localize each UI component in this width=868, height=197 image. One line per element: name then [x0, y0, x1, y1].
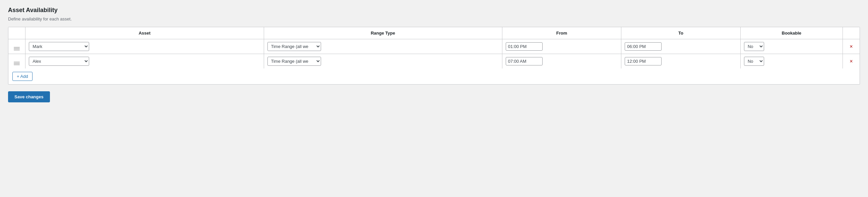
table-body: MarkAlexTime Range (all weNoYes× MarkAle…: [8, 39, 860, 69]
to-input-1[interactable]: [625, 42, 661, 51]
add-button[interactable]: + Add: [12, 72, 32, 81]
range-type-cell: Time Range (all we: [264, 54, 502, 69]
table-header-row: Asset Range Type From To Bookable: [8, 27, 860, 39]
table-row: MarkAlexTime Range (all weNoYes×: [8, 54, 860, 69]
from-cell: [502, 54, 621, 69]
range-type-select-1[interactable]: Time Range (all we: [268, 42, 321, 51]
col-header-drag: [8, 27, 26, 39]
table-row: MarkAlexTime Range (all weNoYes×: [8, 39, 860, 54]
col-header-asset: Asset: [26, 27, 264, 39]
from-cell: [502, 39, 621, 54]
to-cell: [621, 39, 741, 54]
asset-cell: MarkAlex: [26, 39, 264, 54]
remove-button-2[interactable]: ×: [848, 58, 854, 65]
col-header-range-type: Range Type: [264, 27, 502, 39]
col-header-remove: [842, 27, 860, 39]
remove-cell: ×: [842, 39, 860, 54]
bookable-cell: NoYes: [740, 39, 842, 54]
bookable-select-1[interactable]: NoYes: [744, 42, 764, 51]
range-type-cell: Time Range (all we: [264, 39, 502, 54]
save-changes-button[interactable]: Save changes: [8, 91, 50, 102]
page-description: Define availability for each asset.: [8, 17, 860, 22]
from-input-1[interactable]: [506, 42, 542, 51]
from-input-2[interactable]: [506, 57, 542, 65]
remove-cell: ×: [842, 54, 860, 69]
bookable-cell: NoYes: [740, 54, 842, 69]
col-header-from: From: [502, 27, 621, 39]
availability-table: Asset Range Type From To Bookable MarkAl…: [8, 27, 860, 68]
col-header-to: To: [621, 27, 741, 39]
drag-handle-cell[interactable]: [8, 39, 26, 54]
page-title: Asset Availability: [8, 7, 860, 14]
drag-handle-icon: [14, 62, 20, 65]
asset-cell: MarkAlex: [26, 54, 264, 69]
asset-select-2[interactable]: MarkAlex: [29, 57, 89, 66]
remove-button-1[interactable]: ×: [848, 43, 854, 50]
to-cell: [621, 54, 741, 69]
range-type-select-2[interactable]: Time Range (all we: [268, 57, 321, 66]
drag-handle-cell[interactable]: [8, 54, 26, 69]
bookable-select-2[interactable]: NoYes: [744, 57, 764, 66]
availability-table-container: Asset Range Type From To Bookable MarkAl…: [8, 27, 860, 85]
to-input-2[interactable]: [625, 57, 661, 65]
drag-handle-icon: [14, 47, 20, 50]
add-row-container: + Add: [8, 68, 860, 84]
col-header-bookable: Bookable: [740, 27, 842, 39]
asset-select-1[interactable]: MarkAlex: [29, 42, 89, 51]
